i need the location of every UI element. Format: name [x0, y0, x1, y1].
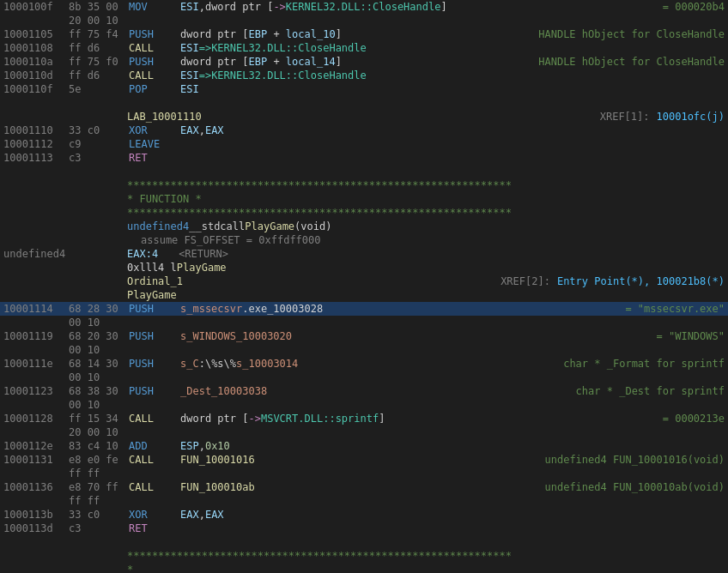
comment: HANDLE hObject for CloseHandle [538, 27, 725, 41]
bytes: ff d6 [69, 41, 129, 55]
address: 10001113 [3, 151, 69, 165]
address: 1000113b [3, 508, 69, 522]
bytes: 8b 35 00 [69, 0, 129, 14]
bytes-continuation: ff ff [0, 494, 728, 508]
mnemonic: MOV [129, 0, 180, 14]
comment: char * _Format for sprintf [563, 357, 725, 371]
operands: FUN_10001016 [180, 453, 519, 467]
disasm-line[interactable]: 10001114 68 28 30 PUSH s_mssecsvr.exe_10… [0, 302, 728, 316]
disasm-line[interactable]: 10001108 ff d6 CALL ESI=>KERNEL32.DLL::C… [0, 41, 728, 55]
address: 10001114 [3, 302, 69, 316]
disasm-line[interactable]: 1000110a ff 75 f0 PUSH dword ptr [EBP + … [0, 55, 728, 69]
disasm-line[interactable]: 10001112 c9 LEAVE [0, 137, 728, 151]
disasm-line[interactable]: 1000111e 68 14 30 PUSH s_C:\%s\%s_100030… [0, 357, 728, 371]
assume-line: assume FS_OFFSET = 0xffdff000 [0, 233, 728, 247]
bytes: e8 e0 fe [69, 453, 129, 467]
address: 1000112e [3, 439, 69, 453]
mnemonic: PUSH [129, 27, 180, 41]
separator-line: ****************************************… [0, 178, 728, 192]
bytes: c3 [69, 522, 129, 535]
disasm-line[interactable]: 10001119 68 20 30 PUSH s_WINDOWS_1000302… [0, 329, 728, 343]
mnemonic: PUSH [129, 384, 180, 398]
address: 1000113d [3, 522, 69, 535]
bytes: 5e [69, 82, 129, 96]
disasm-line[interactable]: 10001113 c3 RET [0, 151, 728, 165]
operands: s_WINDOWS_10003020 [180, 329, 631, 343]
ordinal-xref-line: Ordinal_1XREF[2]:Entry Point(*), 100021b… [0, 274, 728, 288]
mnemonic: PUSH [129, 329, 180, 343]
address: 10001136 [3, 480, 69, 494]
operands: dword ptr [->MSVCRT.DLL::sprintf] [180, 412, 637, 425]
blank-line [0, 165, 728, 178]
comment: = 000020b4 [663, 0, 725, 14]
bytes: 68 20 30 [69, 329, 129, 343]
bytes: 68 38 30 [69, 384, 129, 398]
disasm-line[interactable]: 10001105 ff 75 f4 PUSH dword ptr [EBP + … [0, 27, 728, 41]
operands: ESI=>KERNEL32.DLL::CloseHandle [180, 41, 725, 55]
address: 10001110 [3, 124, 69, 137]
mnemonic: CALL [129, 480, 180, 494]
label-xref-line: LAB_10001110XREF[1]:10001ofc(j) [0, 110, 728, 124]
bytes: ff d6 [69, 69, 129, 82]
separator-line: * [0, 563, 728, 573]
operands: s_mssecsvr.exe_10003028 [180, 302, 599, 316]
bytes-continuation: 20 00 10 [0, 14, 728, 27]
disasm-line[interactable]: 10001136 e8 70 ff CALL FUN_100010ab unde… [0, 480, 728, 494]
operands: _Dest_10003038 [180, 384, 550, 398]
eax-return-line: undefined4EAX:4<RETURN> [0, 247, 728, 261]
operands: ESI,dword ptr [->KERNEL32.DLL::CloseHand… [180, 0, 637, 14]
separator-line: * FUNCTION * [0, 192, 728, 206]
disasm-line[interactable]: 1000112e 83 c4 10 ADD ESP,0x10 [0, 439, 728, 453]
address: 1000110d [3, 69, 69, 82]
operands: EAX,EAX [180, 508, 725, 522]
address: 1000110f [3, 82, 69, 96]
bytes-continuation: 20 00 10 [0, 425, 728, 439]
mnemonic: CALL [129, 41, 180, 55]
bytes: e8 70 ff [69, 480, 129, 494]
address: 1000111e [3, 357, 69, 371]
comment: = "mssecsvr.exe" [625, 302, 725, 316]
mnemonic: LEAVE [129, 137, 180, 151]
bytes: ff 75 f0 [69, 55, 129, 69]
mnemonic: PUSH [129, 55, 180, 69]
operands: ESI=>KERNEL32.DLL::CloseHandle [180, 69, 725, 82]
operands: ESI [180, 82, 725, 96]
mnemonic: CALL [129, 453, 180, 467]
comment: HANDLE hObject for CloseHandle [538, 55, 725, 69]
address: 10001108 [3, 41, 69, 55]
bytes-continuation: 00 10 [0, 398, 728, 412]
bytes: 83 c4 10 [69, 439, 129, 453]
disasm-line[interactable]: 1000113b 33 c0 XOR EAX,EAX [0, 508, 728, 522]
disasm-line[interactable]: 10001128 ff 15 34 CALL dword ptr [->MSVC… [0, 412, 728, 425]
comment: undefined4 FUN_10001016(void) [544, 453, 725, 467]
mnemonic: POP [129, 82, 180, 96]
disasm-line[interactable]: 10001123 68 38 30 PUSH _Dest_10003038 ch… [0, 384, 728, 398]
oxll-line: 0xlll4 l PlayGame [0, 261, 728, 274]
disasm-line[interactable]: 1000113d c3 RET [0, 522, 728, 535]
operands: ESP,0x10 [180, 439, 725, 453]
address: 10001105 [3, 27, 69, 41]
separator-line: ****************************************… [0, 206, 728, 220]
disasm-line[interactable]: 1000100f 8b 35 00 MOV ESI,dword ptr [->K… [0, 0, 728, 14]
address: 10001131 [3, 453, 69, 467]
operands: dword ptr [EBP + local_10] [180, 27, 513, 41]
address: 10001112 [3, 137, 69, 151]
disasm-line[interactable]: 10001110 33 c0 XOR EAX,EAX [0, 124, 728, 137]
mnemonic: RET [129, 151, 180, 165]
bytes-continuation: 00 10 [0, 316, 728, 329]
mnemonic: CALL [129, 69, 180, 82]
play-game-label-line: PlayGame [0, 288, 728, 302]
address: 10001119 [3, 329, 69, 343]
mnemonic: CALL [129, 412, 180, 425]
mnemonic: XOR [129, 508, 180, 522]
disasm-view[interactable]: 1000100f 8b 35 00 MOV ESI,dword ptr [->K… [0, 0, 728, 573]
comment: = "WINDOWS" [657, 329, 725, 343]
comment: = 0000213e [663, 412, 725, 425]
disasm-line[interactable]: 1000110f 5e POP ESI [0, 82, 728, 96]
bytes-continuation: 00 10 [0, 343, 728, 357]
comment: undefined4 FUN_100010ab(void) [544, 480, 725, 494]
bytes: 68 14 30 [69, 357, 129, 371]
address: 1000110a [3, 55, 69, 69]
disasm-line[interactable]: 10001131 e8 e0 fe CALL FUN_10001016 unde… [0, 453, 728, 467]
disasm-line[interactable]: 1000110d ff d6 CALL ESI=>KERNEL32.DLL::C… [0, 69, 728, 82]
